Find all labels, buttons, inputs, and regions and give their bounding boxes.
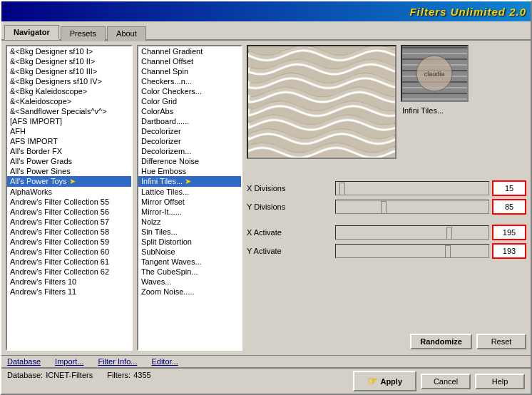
reset-button[interactable]: Reset <box>476 334 526 349</box>
cancel-button[interactable]: Cancel <box>421 374 471 389</box>
filter-list-item[interactable]: Decolorizer <box>138 136 241 146</box>
param-slider-y-divisions[interactable] <box>335 200 489 214</box>
filters-status: Filters: 4355 <box>107 371 150 391</box>
filter-list-item[interactable]: Dartboard...... <box>138 116 241 126</box>
category-list-item[interactable]: &<Bkg Designer sf10 I> <box>7 46 131 56</box>
filter-list-box: Channel GradientChannel OffsetChannel Sp… <box>137 45 242 351</box>
filter-list-item[interactable]: ColorAbs <box>138 106 241 116</box>
filter-list-item[interactable]: Tangent Waves... <box>138 257 241 267</box>
editor-link[interactable]: Editor... <box>151 357 178 366</box>
category-list-item[interactable]: [AFS IMPORT] <box>7 116 131 126</box>
filters-value: 4355 <box>133 371 150 391</box>
preview-area: Infini Tiles... <box>247 45 526 177</box>
filter-list-scroll[interactable]: Channel GradientChannel OffsetChannel Sp… <box>138 46 241 349</box>
randomize-reset-row: Randomize Reset <box>247 332 526 351</box>
filter-list-item[interactable]: Mirror-It...... <box>138 207 241 217</box>
param-divider-1 <box>247 217 526 222</box>
tab-navigator[interactable]: Navigator <box>4 25 59 40</box>
category-list-item[interactable]: All's Border FX <box>7 146 131 156</box>
filter-list-item[interactable]: Noizz <box>138 217 241 227</box>
db-value: ICNET-Filters <box>46 371 93 391</box>
filter-list-item[interactable]: SubNoise <box>138 247 241 257</box>
filter-info-link[interactable]: Filter Info... <box>98 357 137 366</box>
category-list-item[interactable]: Andrew's Filter Collection 57 <box>7 217 131 227</box>
filters-label: Filters: <box>107 371 131 391</box>
category-list-item[interactable]: AlphaWorks <box>7 187 131 197</box>
param-slider-x-divisions[interactable] <box>335 181 489 195</box>
randomize-button[interactable]: Randomize <box>410 334 472 349</box>
category-list-item[interactable]: &<Bkg Kaleidoscope> <box>7 86 131 96</box>
category-list-box: &<Bkg Designer sf10 I>&<Bkg Designer sf1… <box>6 45 133 351</box>
filter-list-item[interactable]: Split Distortion <box>138 237 241 247</box>
filter-list-item[interactable]: Zoom Noise..... <box>138 287 241 297</box>
param-value-x-activate[interactable]: 195 <box>492 225 526 240</box>
param-label-y-divisions: Y Divisions <box>247 202 332 211</box>
main-content: &<Bkg Designer sf10 I>&<Bkg Designer sf1… <box>1 41 531 355</box>
status-bar: Database: ICNET-Filters Filters: 4355 ☞ … <box>1 367 531 394</box>
filter-list-item[interactable]: Channel Offset <box>138 56 241 66</box>
db-status: Database: ICNET-Filters <box>7 371 93 391</box>
category-list-item[interactable]: All's Power Toys ➤ <box>7 176 131 187</box>
param-row-y-activate: Y Activate 193 <box>247 242 526 260</box>
database-link[interactable]: Database <box>7 357 41 366</box>
filter-list-item[interactable]: Decolorizem... <box>138 146 241 156</box>
param-row-x-activate: X Activate 195 <box>247 224 526 241</box>
category-list-item[interactable]: &<Sandflower Specials^v^> <box>7 106 131 116</box>
tab-about[interactable]: About <box>107 26 146 41</box>
param-value-y-activate[interactable]: 193 <box>492 243 526 259</box>
filter-list-item[interactable]: Channel Spin <box>138 66 241 76</box>
category-list-item[interactable]: Andrew's Filter Collection 62 <box>7 267 131 277</box>
param-row-y-divisions: Y Divisions 85 <box>247 198 526 215</box>
filter-list-item[interactable]: Checkers...n... <box>138 76 241 86</box>
filter-list-item[interactable]: The CubeSpin... <box>138 267 241 277</box>
tab-presets[interactable]: Presets <box>61 26 106 41</box>
filter-list-item[interactable]: Hue Emboss <box>138 166 241 176</box>
filter-list-item[interactable]: Infini Tiles... ➤ <box>138 176 241 187</box>
category-list-item[interactable]: All's Power Sines <box>7 166 131 176</box>
middle-panel: Channel GradientChannel OffsetChannel Sp… <box>137 45 242 351</box>
help-button[interactable]: Help <box>475 374 525 389</box>
filter-list-item[interactable]: Color Grid <box>138 96 241 106</box>
category-list-scroll[interactable]: &<Bkg Designer sf10 I>&<Bkg Designer sf1… <box>7 46 131 349</box>
category-list-item[interactable]: &<Bkg Designers sf10 IV> <box>7 76 131 86</box>
thumbnail-canvas <box>401 45 469 102</box>
filter-list-item[interactable]: Sin Tiles... <box>138 227 241 237</box>
apply-button[interactable]: ☞ Apply <box>353 371 416 391</box>
category-list-item[interactable]: Andrew's Filter Collection 58 <box>7 227 131 237</box>
category-list-item[interactable]: Andrew's Filter Collection 59 <box>7 237 131 247</box>
db-label: Database: <box>7 371 43 391</box>
filter-name-display: Infini Tiles... <box>401 105 526 116</box>
filter-list-item[interactable]: Color Checkers... <box>138 86 241 96</box>
category-list-item[interactable]: &<Bkg Designer sf10 III> <box>7 66 131 76</box>
apply-area: ☞ Apply Cancel Help <box>165 371 525 391</box>
filter-list-item[interactable]: Channel Gradient <box>138 46 241 56</box>
category-list-item[interactable]: AFS IMPORT <box>7 136 131 146</box>
category-list-item[interactable]: Andrew's Filter Collection 60 <box>7 247 131 257</box>
params-area: X Divisions 15 Y Divisions <box>247 180 526 329</box>
param-slider-x-activate[interactable] <box>335 225 489 240</box>
category-list-item[interactable]: All's Power Grads <box>7 156 131 166</box>
param-slider-y-activate[interactable] <box>335 244 489 258</box>
category-list-item[interactable]: &<Kaleidoscope> <box>7 96 131 106</box>
param-value-x-divisions[interactable]: 15 <box>492 180 526 196</box>
category-list-item[interactable]: Andrew's Filters 11 <box>7 287 131 297</box>
filter-list-item[interactable]: Decolorizer <box>138 126 241 136</box>
category-list-item[interactable]: &<Bkg Designer sf10 II> <box>7 56 131 66</box>
bottom-toolbar: Database Import... Filter Info... Editor… <box>1 355 531 367</box>
param-value-y-divisions[interactable]: 85 <box>492 199 526 215</box>
category-list-item[interactable]: Andrew's Filter Collection 61 <box>7 257 131 267</box>
filter-list-item[interactable]: Difference Noise <box>138 156 241 166</box>
category-list-item[interactable]: Andrew's Filter Collection 56 <box>7 207 131 217</box>
param-label-x-divisions: X Divisions <box>247 184 332 193</box>
category-list-item[interactable]: Andrew's Filters 10 <box>7 277 131 287</box>
filter-list-item[interactable]: Mirror Offset <box>138 197 241 207</box>
param-label-x-activate: X Activate <box>247 228 332 237</box>
right-panel: Infini Tiles... X Divisions 15 <box>247 45 526 351</box>
category-list-item[interactable]: Andrew's Filter Collection 55 <box>7 197 131 207</box>
import-link[interactable]: Import... <box>55 357 83 366</box>
param-row-x-divisions: X Divisions 15 <box>247 180 526 197</box>
filter-list-item[interactable]: Waves... <box>138 277 241 287</box>
left-panel: &<Bkg Designer sf10 I>&<Bkg Designer sf1… <box>6 45 133 351</box>
filter-list-item[interactable]: Lattice Tiles... <box>138 187 241 197</box>
category-list-item[interactable]: AFH <box>7 126 131 136</box>
